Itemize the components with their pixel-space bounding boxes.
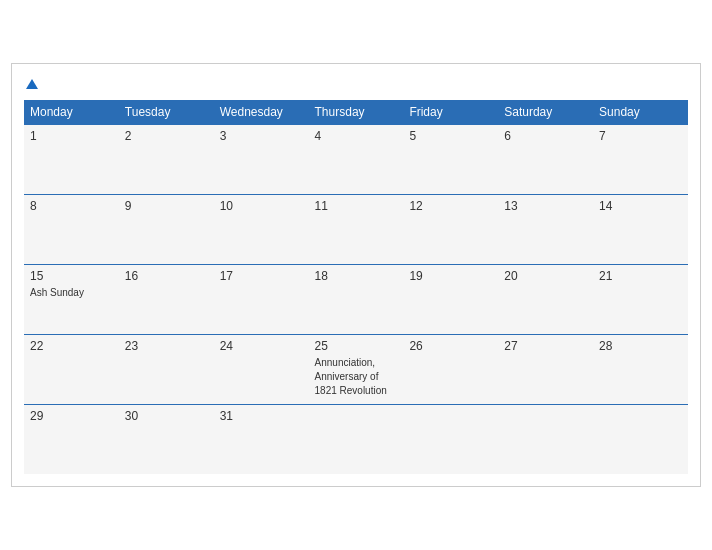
calendar-cell: 26 [403, 334, 498, 404]
day-number: 9 [125, 199, 208, 213]
day-number: 21 [599, 269, 682, 283]
calendar-cell: 13 [498, 194, 593, 264]
day-number: 20 [504, 269, 587, 283]
calendar-cell: 30 [119, 404, 214, 474]
calendar-cell: 7 [593, 124, 688, 194]
calendar-cell: 10 [214, 194, 309, 264]
day-number: 17 [220, 269, 303, 283]
calendar-cell: 18 [309, 264, 404, 334]
day-number: 12 [409, 199, 492, 213]
calendar-cell: 2 [119, 124, 214, 194]
day-number: 7 [599, 129, 682, 143]
day-number: 31 [220, 409, 303, 423]
day-number: 30 [125, 409, 208, 423]
day-number: 16 [125, 269, 208, 283]
calendar-container: Monday Tuesday Wednesday Thursday Friday… [11, 63, 701, 487]
calendar-cell: 6 [498, 124, 593, 194]
header-saturday: Saturday [498, 100, 593, 125]
day-number: 28 [599, 339, 682, 353]
day-number: 27 [504, 339, 587, 353]
header-thursday: Thursday [309, 100, 404, 125]
calendar-cell [403, 404, 498, 474]
logo [24, 74, 38, 92]
day-number: 13 [504, 199, 587, 213]
day-number: 6 [504, 129, 587, 143]
week-row-5: 293031 [24, 404, 688, 474]
calendar-cell: 4 [309, 124, 404, 194]
day-number: 4 [315, 129, 398, 143]
day-number: 24 [220, 339, 303, 353]
calendar-cell: 25Annunciation, Anniversary of 1821 Revo… [309, 334, 404, 404]
calendar-cell: 11 [309, 194, 404, 264]
calendar-cell: 19 [403, 264, 498, 334]
header-wednesday: Wednesday [214, 100, 309, 125]
header-friday: Friday [403, 100, 498, 125]
day-number: 10 [220, 199, 303, 213]
calendar-cell: 23 [119, 334, 214, 404]
day-number: 18 [315, 269, 398, 283]
day-number: 11 [315, 199, 398, 213]
header-sunday: Sunday [593, 100, 688, 125]
calendar-cell: 31 [214, 404, 309, 474]
calendar-cell: 12 [403, 194, 498, 264]
day-number: 1 [30, 129, 113, 143]
calendar-cell: 22 [24, 334, 119, 404]
calendar-cell: 24 [214, 334, 309, 404]
calendar-body: 123456789101112131415Ash Sunday161718192… [24, 124, 688, 474]
calendar-cell: 29 [24, 404, 119, 474]
event-label: Ash Sunday [30, 287, 84, 298]
week-row-2: 891011121314 [24, 194, 688, 264]
day-number: 5 [409, 129, 492, 143]
calendar-cell: 14 [593, 194, 688, 264]
day-number: 23 [125, 339, 208, 353]
day-number: 3 [220, 129, 303, 143]
event-label: Annunciation, Anniversary of 1821 Revolu… [315, 357, 387, 396]
logo-triangle-icon [26, 79, 38, 89]
header-tuesday: Tuesday [119, 100, 214, 125]
day-number: 15 [30, 269, 113, 283]
calendar-cell: 8 [24, 194, 119, 264]
calendar-cell: 1 [24, 124, 119, 194]
day-number: 2 [125, 129, 208, 143]
day-number: 22 [30, 339, 113, 353]
week-row-4: 22232425Annunciation, Anniversary of 182… [24, 334, 688, 404]
header-monday: Monday [24, 100, 119, 125]
day-number: 25 [315, 339, 398, 353]
week-row-3: 15Ash Sunday161718192021 [24, 264, 688, 334]
day-number: 14 [599, 199, 682, 213]
day-number: 19 [409, 269, 492, 283]
day-number: 29 [30, 409, 113, 423]
calendar-cell: 3 [214, 124, 309, 194]
calendar-cell [593, 404, 688, 474]
calendar-cell: 9 [119, 194, 214, 264]
calendar-cell: 5 [403, 124, 498, 194]
logo-general-line [24, 74, 38, 92]
calendar-cell: 21 [593, 264, 688, 334]
calendar-cell: 20 [498, 264, 593, 334]
calendar-cell: 17 [214, 264, 309, 334]
weekday-header-row: Monday Tuesday Wednesday Thursday Friday… [24, 100, 688, 125]
calendar-cell: 27 [498, 334, 593, 404]
calendar-cell [498, 404, 593, 474]
calendar-cell: 28 [593, 334, 688, 404]
calendar-header [24, 74, 688, 92]
calendar-table: Monday Tuesday Wednesday Thursday Friday… [24, 100, 688, 475]
day-number: 8 [30, 199, 113, 213]
calendar-cell: 15Ash Sunday [24, 264, 119, 334]
day-number: 26 [409, 339, 492, 353]
calendar-cell: 16 [119, 264, 214, 334]
calendar-cell [309, 404, 404, 474]
week-row-1: 1234567 [24, 124, 688, 194]
